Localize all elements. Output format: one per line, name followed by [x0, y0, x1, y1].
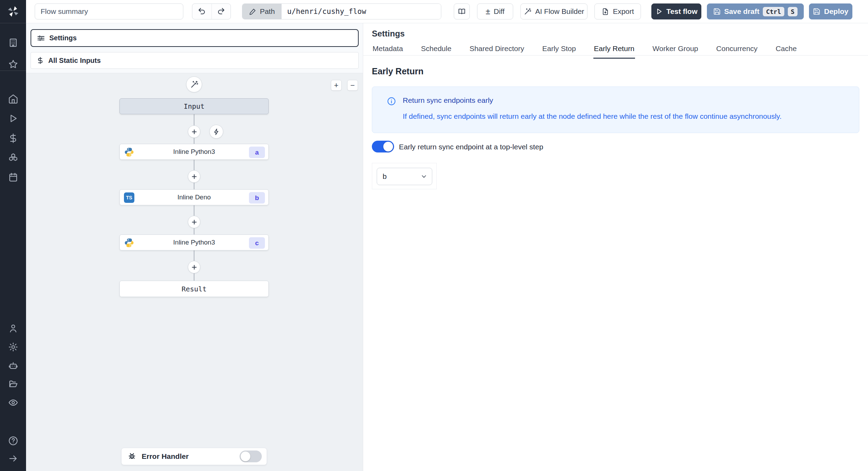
flow-summary-input[interactable] [35, 3, 183, 19]
flow-settings-label: Settings [49, 34, 77, 42]
tab-early-return[interactable]: Early Return [593, 42, 635, 59]
sidebar-divider [0, 23, 26, 23]
plus-icon [191, 264, 198, 271]
windmill-flow-editor: Path ± Diff AI Flow Builder Export [0, 0, 868, 471]
node-step-a[interactable]: Inline Python3 a [119, 144, 269, 160]
runs-play-icon[interactable] [7, 112, 19, 125]
save-icon [813, 8, 820, 15]
tab-worker-group[interactable]: Worker Group [652, 42, 699, 59]
user-icon[interactable] [7, 322, 19, 334]
book-open-icon [458, 7, 466, 16]
windmill-logo-icon[interactable] [6, 4, 20, 19]
step-select-container: b [372, 163, 437, 189]
collapse-arrow-icon[interactable] [7, 452, 19, 465]
toggle-knob [241, 452, 250, 461]
plus-icon: + [334, 82, 339, 89]
node-step-c[interactable]: Inline Python3 c [119, 234, 269, 250]
export-label: Export [613, 7, 634, 16]
node-input[interactable]: Input [119, 98, 269, 114]
flow-left-panel: Settings All Static Inputs + − Inp [26, 23, 363, 471]
error-handler[interactable]: Error Handler [121, 448, 267, 465]
undo-button[interactable] [192, 4, 211, 19]
sidebar [0, 0, 26, 471]
redo-icon [217, 7, 225, 16]
tab-cache[interactable]: Cache [775, 42, 798, 59]
zoom-out-button[interactable]: − [347, 80, 358, 91]
dollar-icon [36, 57, 44, 64]
node-label: Inline Python3 [120, 239, 268, 246]
settings-panel-title: Settings [372, 29, 405, 39]
path-input[interactable] [282, 4, 441, 19]
eye-icon[interactable] [7, 396, 19, 409]
node-id-badge: a [249, 147, 265, 158]
node-label: Input [120, 102, 268, 110]
add-step-button[interactable] [188, 170, 200, 183]
resources-cubes-icon[interactable] [7, 151, 19, 164]
deploy-button[interactable]: Deploy [809, 3, 852, 19]
building-icon[interactable] [7, 36, 19, 49]
diff-button[interactable]: ± Diff [477, 3, 513, 19]
play-icon [655, 8, 663, 15]
chevron-down-icon [420, 173, 428, 180]
plus-icon [191, 218, 198, 226]
path-label: Path [260, 7, 275, 16]
undo-icon [198, 7, 206, 16]
file-export-icon [601, 8, 609, 16]
bug-icon [127, 452, 137, 461]
early-return-info-box: Return sync endpoints early If defined, … [372, 86, 859, 133]
ai-flow-builder-button[interactable]: AI Flow Builder [520, 3, 587, 19]
save-draft-label: Save draft [724, 7, 760, 16]
kbd-s: S [788, 7, 798, 16]
graph-ai-wand-button[interactable] [186, 76, 202, 92]
path-group: Path [242, 3, 441, 19]
node-step-b[interactable]: TS Inline Deno b [119, 189, 269, 205]
save-draft-button[interactable]: Save draft Ctrl S [707, 3, 804, 19]
add-step-button[interactable] [188, 216, 200, 228]
test-flow-button[interactable]: Test flow [651, 3, 701, 19]
node-label: Inline Deno [120, 193, 268, 201]
info-body: If defined, sync endpoints will return e… [403, 112, 782, 121]
ai-flow-builder-label: AI Flow Builder [535, 7, 584, 16]
trigger-button[interactable] [209, 125, 223, 139]
tab-early-stop[interactable]: Early Stop [542, 42, 577, 59]
redo-button[interactable] [211, 4, 231, 19]
node-result[interactable]: Result [119, 281, 269, 297]
flow-graph[interactable]: + − Input Inline Python3 a [26, 73, 363, 471]
export-button[interactable]: Export [594, 3, 641, 19]
kbd-ctrl: Ctrl [763, 7, 784, 16]
wand-sparkles-icon [524, 8, 532, 16]
flow-settings-button[interactable]: Settings [31, 29, 359, 47]
plus-minus-icon: ± [486, 7, 490, 16]
node-id-badge: b [249, 192, 265, 204]
step-select-dropdown[interactable]: b [377, 168, 432, 185]
schedules-calendar-icon[interactable] [7, 171, 19, 183]
diff-label: Diff [494, 7, 504, 16]
zoom-in-button[interactable]: + [331, 80, 342, 91]
undo-redo-group [192, 3, 231, 19]
add-step-button[interactable] [188, 125, 200, 138]
star-icon[interactable] [7, 58, 19, 71]
error-handler-toggle[interactable] [240, 451, 262, 462]
tabs-divider [363, 55, 868, 56]
folder-icon[interactable] [7, 378, 19, 390]
edit-path-button[interactable]: Path [242, 4, 282, 19]
tab-metadata[interactable]: Metadata [372, 42, 404, 59]
help-icon[interactable] [7, 435, 19, 447]
plus-icon [191, 173, 198, 180]
plus-icon [191, 128, 198, 135]
robot-icon[interactable] [7, 359, 19, 372]
variables-dollar-icon[interactable] [7, 132, 19, 144]
early-return-toggle-label: Early return sync endpoint at a top-leve… [399, 143, 543, 151]
early-return-toggle[interactable] [372, 141, 394, 152]
early-return-title: Early Return [372, 66, 424, 76]
info-title: Return sync endpoints early [403, 96, 493, 105]
home-icon[interactable] [7, 93, 19, 105]
settings-gear-icon[interactable] [7, 341, 19, 353]
info-icon [387, 97, 396, 106]
tab-shared-directory[interactable]: Shared Directory [469, 42, 525, 59]
docs-button[interactable] [454, 3, 470, 19]
add-step-button[interactable] [188, 261, 200, 273]
tab-concurrency[interactable]: Concurrency [716, 42, 758, 59]
all-static-inputs-button[interactable]: All Static Inputs [31, 52, 359, 69]
tab-schedule[interactable]: Schedule [420, 42, 452, 59]
